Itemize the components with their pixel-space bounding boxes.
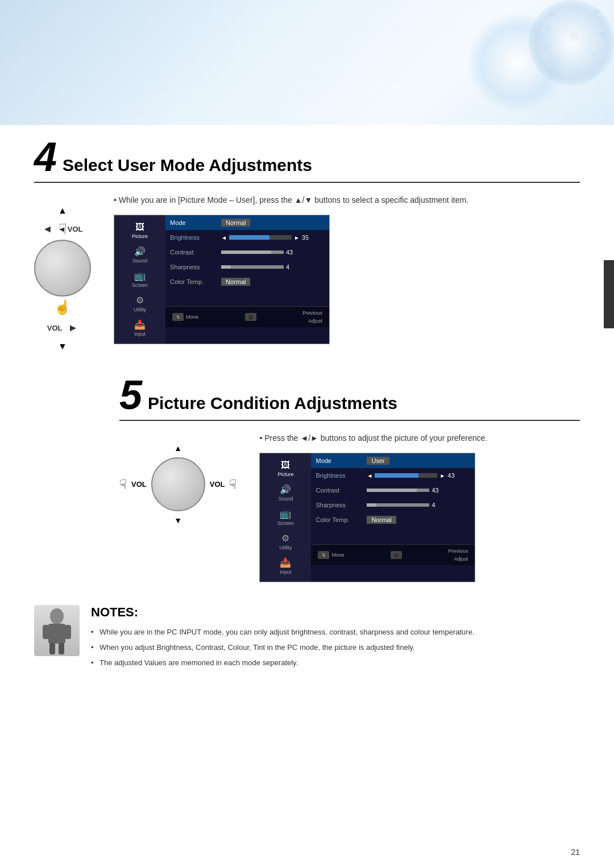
tv-row-mode-5: Mode User — [311, 453, 475, 468]
notes-section: NOTES: While you are in the PC INPUT mod… — [34, 605, 580, 672]
tv-sidebar-utility-label: Utility — [134, 307, 146, 312]
screen-icon: 📺 — [134, 270, 146, 281]
person-svg — [37, 608, 77, 656]
sharpness-fill-5 — [367, 503, 376, 507]
arrow-down-indicator: ▼ — [58, 341, 67, 351]
svg-rect-16 — [48, 624, 65, 644]
brightness-number-5: 43 — [447, 472, 459, 479]
notes-list: While you are in the PC INPUT mode, you … — [91, 627, 580, 669]
tv-label-mode-4: Mode — [170, 219, 221, 226]
section-5-title: 5 Picture Condition Adjustments — [119, 374, 580, 421]
tv-menu-5: 🖼 Picture 🔊 Sound 📺 Screen — [259, 453, 475, 582]
input-icon-5: 📥 — [280, 557, 291, 568]
tv-sidebar-screen-label-5: Screen — [277, 520, 294, 526]
tv-value-brightness-5: ◄ ► 43 — [367, 472, 470, 479]
section-4-right-content: • While you are in [Picture Mode – User]… — [114, 194, 580, 344]
svg-point-14 — [546, 26, 551, 31]
dandelion-decoration — [540, 3, 608, 71]
notes-person-image — [34, 605, 80, 656]
section-4-title-text: Select User Mode Adjustments — [63, 156, 312, 175]
svg-rect-19 — [49, 643, 55, 654]
tv-sidebar-sound-5: 🔊 Sound — [260, 481, 311, 505]
section-5-number: 5 — [119, 374, 142, 415]
section-4-number: 4 — [34, 136, 57, 177]
vol-left-label-5: VOL — [131, 480, 147, 489]
svg-rect-17 — [43, 625, 49, 639]
svg-rect-18 — [64, 625, 71, 639]
section-5-right-content: • Press the ◄/► buttons to adjust the pi… — [259, 432, 580, 582]
tv-sidebar-input-label: Input — [134, 331, 146, 337]
tv-row-brightness-4: Brightness ◄ ► 35 — [165, 230, 329, 245]
notes-item-3: The adjusted Values are memoried in each… — [91, 657, 580, 669]
tv-footer-5: ⇅ Move ⊙ Previous Adjust — [311, 544, 475, 565]
mode-value-box-4: Normal — [221, 219, 250, 227]
arrow-down-5: ▼ — [119, 516, 237, 525]
section-4: 4 Select User Mode Adjustments ▲ ◄ ◄ VOL… — [34, 136, 580, 352]
section-4-title: 4 Select User Mode Adjustments — [34, 136, 580, 183]
tv-sidebar-utility: ⚙ Utility — [114, 291, 165, 316]
brightness-fill-5 — [375, 473, 418, 478]
bar-left-arrow-5: ◄ — [367, 473, 372, 479]
tv-value-contrast-4: 43 — [221, 249, 325, 256]
tv-label-brightness-4: Brightness — [170, 234, 221, 241]
tv-row-colortemp-5: Color Temp. Normal — [311, 512, 475, 527]
tv-value-sharpness-5: 4 — [367, 502, 470, 508]
tv-value-brightness-4: ◄ ► 35 — [221, 234, 325, 241]
section-5-title-text: Picture Condition Adjustments — [148, 394, 397, 413]
contrast-number-4: 43 — [286, 249, 297, 256]
tv-sidebar-sound-label-5: Sound — [278, 496, 293, 502]
tv-sidebar-screen-label: Screen — [132, 282, 148, 288]
svg-point-11 — [592, 52, 596, 56]
footer-move-5: ⇅ Move — [318, 548, 344, 562]
svg-point-8 — [549, 12, 554, 16]
tv-sidebar-input-label-5: Input — [280, 569, 291, 575]
screen-icon-5: 📺 — [280, 508, 291, 519]
tv-row-brightness-5: Brightness ◄ ► 43 — [311, 468, 475, 483]
tv-row-mode-4: Mode Normal — [165, 215, 329, 230]
svg-line-5 — [557, 37, 574, 60]
hand-right-icon-5: ☟ — [229, 477, 237, 492]
tv-sidebar-sound-label: Sound — [132, 258, 147, 264]
arrow-up-5: ▲ — [119, 444, 237, 453]
tv-label-colortemp-4: Color Temp. — [170, 278, 221, 285]
sound-icon-5: 🔊 — [280, 484, 291, 495]
brightness-bar-4 — [229, 235, 292, 240]
tv-sidebar-picture-label-5: Picture — [277, 471, 293, 477]
footer-right-5: Previous Adjust — [448, 548, 468, 562]
notes-item-2: When you adjust Brightness, Contrast, Co… — [91, 642, 580, 654]
tv-value-mode-4: Normal — [221, 219, 325, 227]
right-scrollbar[interactable] — [604, 260, 614, 328]
utility-icon-5: ⚙ — [281, 533, 289, 544]
svg-line-6 — [546, 37, 574, 48]
vol-dial-4: ▲ ◄ ◄ VOL ☟ ☝ VOL ► ▼ — [34, 206, 91, 352]
tv-sidebar-screen-5: 📺 Screen — [260, 505, 311, 529]
hand-down-icon: ☝ — [54, 299, 71, 315]
footer-move-4: ⇅ Move — [172, 310, 198, 324]
header-background — [0, 0, 614, 125]
tv-menu-4: 🖼 Picture 🔊 Sound 📺 Screen — [114, 215, 330, 344]
contrast-fill-5 — [367, 489, 417, 492]
svg-point-12 — [555, 57, 559, 62]
nav-icon-5: ⊙ — [391, 551, 402, 559]
colortemp-value-box-5: Normal — [367, 516, 396, 524]
sharpness-bar-5 — [367, 503, 429, 507]
brightness-fill-4 — [229, 235, 270, 240]
tv-label-colortemp-5: Color Temp. — [316, 516, 367, 523]
tv-sidebar-utility-5: ⚙ Utility — [260, 529, 311, 554]
tv-sidebar-utility-label-5: Utility — [279, 545, 292, 550]
bar-left-arrow-4: ◄ — [221, 235, 227, 241]
tv-row-sharpness-4: Sharpness 4 — [165, 260, 329, 274]
tv-label-sharpness-5: Sharpness — [316, 502, 367, 508]
svg-line-7 — [549, 28, 574, 37]
vol-left-arrow: ◄ — [42, 223, 52, 235]
vol-right-arrow: ► — [68, 322, 78, 334]
tv-sidebar-picture: 🖼 Picture — [114, 219, 165, 243]
tv-value-contrast-5: 43 — [367, 487, 470, 494]
bar-right-arrow-4: ► — [294, 235, 300, 241]
contrast-fill-4 — [221, 251, 271, 254]
hand-up-icon: ☟ — [59, 221, 67, 237]
brightness-bar-5 — [375, 473, 437, 478]
brightness-number-4: 35 — [302, 234, 313, 241]
picture-icon-5: 🖼 — [281, 460, 290, 470]
svg-rect-20 — [59, 643, 64, 654]
